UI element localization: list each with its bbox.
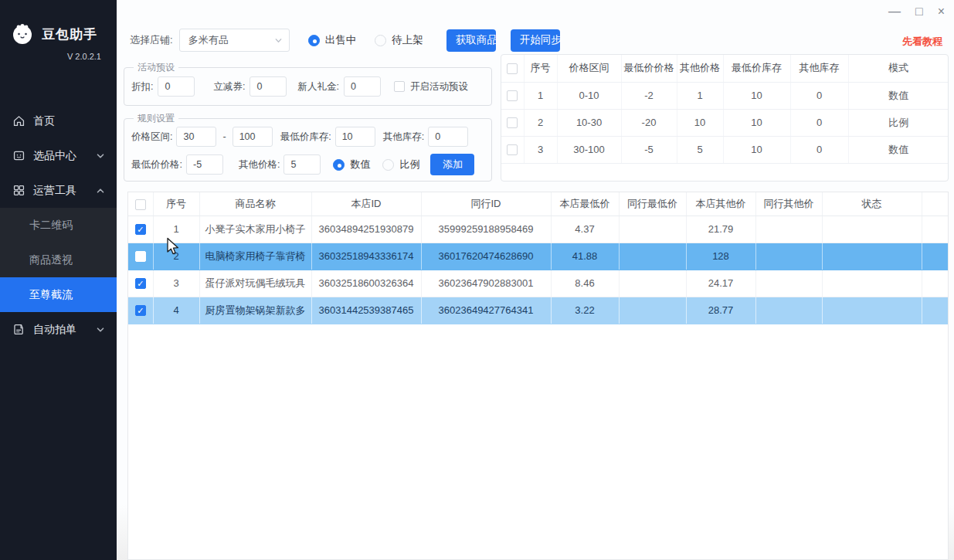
other-stock-input[interactable]: 0 — [428, 127, 468, 147]
row-checkbox[interactable] — [135, 224, 146, 235]
fetch-products-button[interactable]: 获取商品 — [446, 29, 496, 52]
cell-peer-other — [755, 216, 822, 243]
add-rule-button[interactable]: 添加 — [430, 154, 474, 175]
column-header: 状态 — [822, 192, 922, 216]
column-header-filler — [922, 192, 948, 216]
min-price-input[interactable]: -5 — [186, 154, 223, 175]
minimize-button[interactable]: — — [888, 4, 901, 19]
row-checkbox[interactable] — [135, 251, 146, 262]
range-dash: - — [222, 131, 226, 142]
column-header: 本店其他价 — [686, 192, 755, 216]
app-version: V 2.0.2.1 — [0, 52, 117, 61]
min-stock-input[interactable]: 10 — [335, 127, 375, 147]
cell-seq: 1 — [524, 82, 557, 109]
sidebar-item-auto-order[interactable]: 自动拍单 — [0, 312, 117, 347]
radio-ratio-control[interactable] — [382, 159, 394, 171]
row-checkbox[interactable] — [507, 117, 518, 128]
cell-status — [822, 297, 922, 324]
cell-peer-id: 36017620474628690 — [421, 243, 551, 270]
cell-min-stock: 10 — [723, 82, 790, 109]
product-row[interactable]: 4 厨房置物架锅架新款多 36031442539387465 360236494… — [128, 297, 948, 324]
sidebar-item-supreme-intercept[interactable]: 至尊截流 — [0, 277, 117, 312]
shop-select-label: 选择店铺: — [130, 33, 173, 47]
cell-mode: 数值 — [848, 136, 949, 163]
cell-checkbox — [128, 270, 153, 297]
sidebar-item-qr-code[interactable]: 卡二维码 — [0, 208, 117, 243]
select-all-checkbox[interactable] — [135, 199, 146, 210]
cell-status — [822, 243, 922, 270]
tutorial-link[interactable]: 先看教程 — [902, 35, 942, 49]
ops-tools-submenu: 卡二维码 商品透视 至尊截流 — [0, 208, 117, 312]
cell-filler — [922, 243, 948, 270]
start-sync-button[interactable]: 开始同步 — [511, 29, 560, 52]
cell-other-price: 1 — [677, 82, 723, 109]
column-header: 模式 — [848, 55, 949, 82]
row-checkbox[interactable] — [135, 278, 146, 289]
main-content: — □ × 先看教程 选择店铺: 多米有品 出售中 待上架 获取商品 开始同步 … — [117, 0, 954, 560]
cell-mode: 数值 — [848, 82, 949, 109]
grid-icon — [12, 184, 25, 197]
cell-peer-id: 35999259188958469 — [421, 216, 551, 243]
shop-select[interactable]: 多米有品 — [179, 29, 290, 52]
cell-peer-min — [619, 243, 686, 270]
product-row[interactable]: 1 小凳子实木家用小椅子 36034894251930879 359992591… — [128, 216, 948, 243]
cell-range: 30-100 — [557, 136, 621, 163]
cell-min-stock: 10 — [723, 109, 790, 136]
min-price-label: 最低价价格: — [131, 158, 182, 171]
column-header: 最低价价格 — [621, 55, 677, 82]
radio-pending-control[interactable] — [375, 35, 386, 46]
mascot-icon — [10, 22, 35, 46]
radio-numeric-control[interactable] — [333, 159, 345, 171]
discount-input[interactable]: 0 — [158, 76, 195, 97]
cell-status — [822, 270, 922, 297]
cell-shop-id: 36032518943336174 — [311, 243, 421, 270]
product-row[interactable]: 2 电脑椅家用椅子靠背椅 36032518943336174 360176204… — [128, 243, 948, 270]
cell-shop-id: 36034894251930879 — [311, 216, 421, 243]
sidebar-item-label: 卡二维码 — [29, 219, 73, 232]
radio-onsale-control[interactable] — [308, 35, 320, 46]
enable-preset-checkbox[interactable] — [394, 81, 405, 92]
row-checkbox[interactable] — [507, 144, 518, 155]
sidebar: 豆包助手 V 2.0.2.1 首页 选品中心 运营工具 — [0, 0, 117, 560]
cell-min-price: -2 — [621, 82, 677, 109]
cell-peer-min — [619, 270, 686, 297]
sidebar-item-label: 选品中心 — [33, 149, 76, 163]
cell-min-price: -20 — [621, 109, 677, 136]
rules-header-row: 序号 价格区间 最低价价格 其他价格 最低价库存 其他库存 模式 — [501, 55, 949, 82]
cell-min-price: -5 — [621, 136, 677, 163]
min-stock-label: 最低价库存: — [280, 131, 331, 144]
cell-shop-id: 36032518600326364 — [311, 270, 421, 297]
cell-shop-other: 24.17 — [686, 270, 755, 297]
radio-onsale[interactable]: 出售中 — [308, 33, 357, 47]
rules-table-panel: 序号 价格区间 最低价价格 其他价格 最低价库存 其他库存 模式 1 0-10 … — [501, 54, 949, 182]
maximize-button[interactable]: □ — [915, 4, 923, 19]
sidebar-item-label: 自动拍单 — [33, 323, 76, 337]
select-all-checkbox[interactable] — [507, 63, 518, 74]
rule-row[interactable]: 3 30-100 -5 5 10 0 数值 — [501, 136, 949, 163]
radio-ratio[interactable]: 比例 — [382, 158, 419, 171]
other-price-input[interactable]: 5 — [283, 154, 321, 175]
sidebar-item-product-perspective[interactable]: 商品透视 — [0, 243, 117, 277]
price-max-input[interactable]: 100 — [233, 127, 273, 147]
radio-pending[interactable]: 待上架 — [375, 33, 423, 47]
other-stock-label: 其他库存: — [383, 131, 424, 144]
cell-seq: 1 — [153, 216, 199, 243]
row-checkbox[interactable] — [507, 90, 518, 101]
coupon-input[interactable]: 0 — [250, 76, 287, 97]
cell-peer-id: 36023649427764341 — [421, 297, 551, 324]
gift-label: 新人礼金: — [297, 80, 338, 93]
price-min-input[interactable]: 30 — [176, 127, 216, 147]
cell-peer-min — [619, 297, 686, 324]
radio-numeric[interactable]: 数值 — [333, 158, 370, 171]
rule-row[interactable]: 1 0-10 -2 1 10 0 数值 — [501, 82, 949, 109]
cell-shop-other: 128 — [686, 243, 755, 270]
sidebar-item-product-center[interactable]: 选品中心 — [0, 138, 117, 173]
product-row[interactable]: 3 蛋仔派对玩偶毛绒玩具 36032518600326364 360236479… — [128, 270, 948, 297]
gift-input[interactable]: 0 — [344, 76, 381, 97]
row-checkbox[interactable] — [135, 305, 146, 316]
rule-row[interactable]: 2 10-30 -20 10 10 0 比例 — [501, 109, 949, 136]
close-button[interactable]: × — [938, 4, 945, 19]
sidebar-item-home[interactable]: 首页 — [0, 104, 117, 138]
sidebar-item-ops-tools[interactable]: 运营工具 — [0, 173, 117, 208]
column-header: 本店最低价 — [551, 192, 619, 216]
